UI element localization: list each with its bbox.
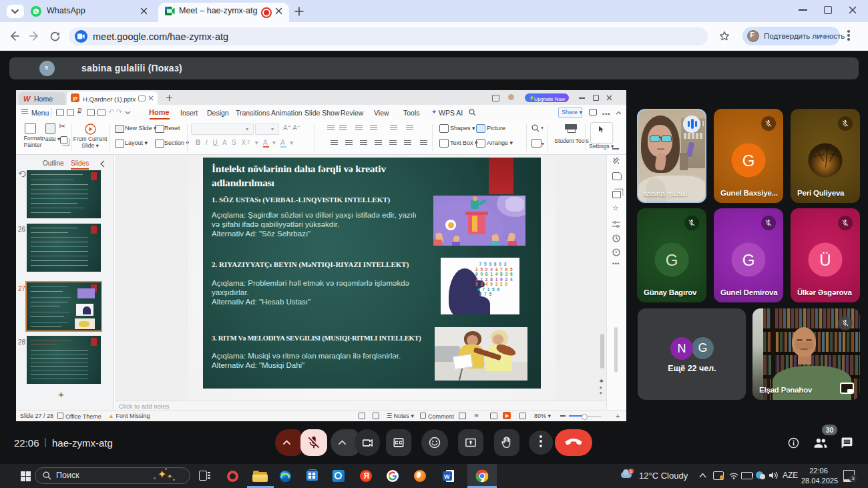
svg-text:?: ? — [615, 250, 618, 255]
